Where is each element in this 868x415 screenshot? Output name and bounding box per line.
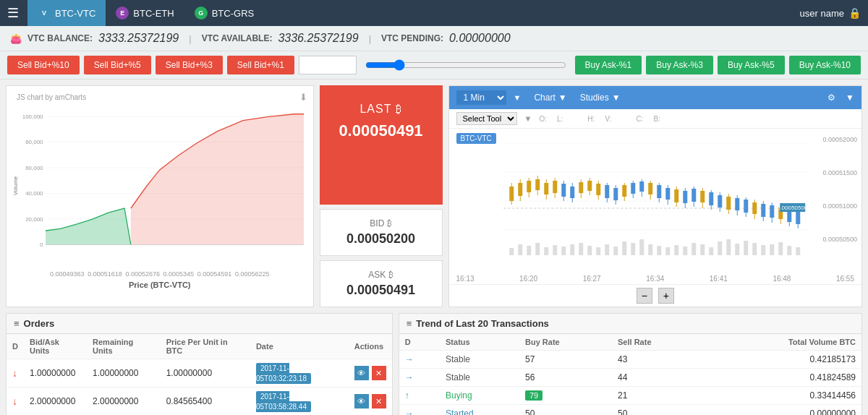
eth-coin-icon: E xyxy=(116,7,129,20)
svg-rect-21 xyxy=(518,244,522,255)
chart-button[interactable]: Chart ▼ xyxy=(528,91,572,104)
bottom-section: ≡ Orders D Bid/Ask Units Remaining Units… xyxy=(0,313,868,415)
time-period-select[interactable]: 1 Min5 Min15 Min1 Hour xyxy=(456,90,506,105)
nav-tab-btc-grs[interactable]: G BTC-GRS xyxy=(184,0,265,26)
buy-ask-10-button[interactable]: Buy Ask-%10 xyxy=(789,56,861,74)
trend-status-4: Started xyxy=(440,405,519,416)
buy-ask-5-button[interactable]: Buy Ask-%5 xyxy=(718,56,785,74)
studies-button[interactable]: Studies ▼ xyxy=(580,93,621,103)
tool-select[interactable]: Select Tool xyxy=(456,112,517,125)
trend-sell-rate-3: 21 xyxy=(612,387,703,405)
col-price-per-unit: Price Per Unit in BTC xyxy=(161,334,250,359)
svg-rect-50 xyxy=(770,244,774,255)
zoom-out-button[interactable]: − xyxy=(637,288,652,304)
remaining-units-2: 2.00000000 xyxy=(87,388,161,416)
ask-price-card: ASK ₿ 0.00050491 xyxy=(320,260,443,307)
svg-rect-47 xyxy=(744,241,748,255)
trend-direction-4: → xyxy=(405,408,414,415)
nav-tab-btc-eth-label: BTC-ETH xyxy=(133,8,174,19)
time-5: 16:41 xyxy=(710,275,728,283)
sell-bid-5-button[interactable]: Sell Bid+%5 xyxy=(84,56,151,74)
svg-rect-91 xyxy=(665,188,670,200)
trend-icon: ≡ xyxy=(407,318,412,329)
price-1: 0.00052000 xyxy=(822,136,857,143)
wallet-icon: 👛 xyxy=(10,33,22,44)
svg-rect-51 xyxy=(778,242,783,255)
svg-rect-97 xyxy=(692,189,696,202)
svg-rect-52 xyxy=(787,246,791,255)
svg-text:100,000: 100,000 xyxy=(22,114,43,120)
sell-bid-1-button[interactable]: Sell Bid+%1 xyxy=(227,56,294,74)
svg-rect-89 xyxy=(657,185,661,198)
nav-tab-btc-vtc-label: BTC-VTC xyxy=(55,8,95,19)
close-label: C: xyxy=(636,115,643,123)
time-1: 16:13 xyxy=(456,275,475,283)
x-label-4: 0.0005345 xyxy=(163,270,195,278)
price-per-unit-1: 1.00000000 xyxy=(161,359,250,388)
trend-col-status: Status xyxy=(440,334,519,351)
action-icons-2: 👁 ✕ xyxy=(354,394,386,408)
price-3: 0.00051000 xyxy=(822,202,857,210)
buy-ask-1-button[interactable]: Buy Ask-%1 xyxy=(575,56,642,74)
dropdown-arrow-time: ▼ xyxy=(514,93,522,102)
svg-rect-38 xyxy=(665,247,670,255)
zoom-in-button[interactable]: + xyxy=(658,288,674,304)
vtc-balance-value: 3333.25372199 xyxy=(98,32,179,45)
svg-rect-22 xyxy=(527,246,531,255)
sell-bid-10-button[interactable]: Sell Bid+%10 xyxy=(7,56,80,74)
export-icon[interactable]: ⬇ xyxy=(299,92,307,103)
candlestick-chart-panel: 1 Min5 Min15 Min1 Hour ▼ Chart ▼ Studies… xyxy=(448,85,863,307)
svg-rect-32 xyxy=(613,247,618,255)
sell-bid-3-button[interactable]: Sell Bid+%3 xyxy=(156,56,223,74)
orders-title: Orders xyxy=(24,318,55,329)
high-label: H: xyxy=(587,115,595,123)
ask-price-value: 0.00050491 xyxy=(328,283,435,298)
svg-rect-67 xyxy=(561,184,566,197)
buy-ask-3-button[interactable]: Buy Ask-%3 xyxy=(646,56,713,74)
trend-total-volume-4: 0.00000000 xyxy=(703,405,861,416)
bid-price-card: BID ₿ 0.00050200 xyxy=(320,209,443,256)
quantity-slider[interactable] xyxy=(365,59,566,71)
separator-2: | xyxy=(369,33,371,44)
x-label-6: 0.00056225 xyxy=(235,270,270,278)
view-order-2-button[interactable]: 👁 xyxy=(354,394,369,408)
svg-rect-36 xyxy=(648,244,652,255)
svg-rect-20 xyxy=(509,248,514,255)
svg-rect-37 xyxy=(657,246,661,255)
svg-rect-101 xyxy=(709,192,713,205)
quantity-input[interactable]: 100 xyxy=(299,56,357,74)
hamburger-menu[interactable]: ☰ xyxy=(7,5,19,21)
ohlc-labels: O: L: H: V: C: xyxy=(539,115,660,123)
top-navigation: ☰ V BTC-VTC E BTC-ETH G BTC-GRS user nam… xyxy=(0,0,868,26)
delete-order-2-button[interactable]: ✕ xyxy=(372,394,386,408)
svg-rect-63 xyxy=(544,183,548,194)
svg-rect-41 xyxy=(692,243,696,255)
delete-order-1-button[interactable]: ✕ xyxy=(372,366,386,380)
svg-text:0.00050500: 0.00050500 xyxy=(777,205,808,211)
studies-dropdown-icon: ▼ xyxy=(612,93,621,103)
svg-rect-46 xyxy=(735,244,739,255)
candle-time-labels: 16:13 16:20 16:27 16:34 16:41 16:48 16:5… xyxy=(449,273,862,284)
view-order-1-button[interactable]: 👁 xyxy=(354,366,369,380)
svg-rect-34 xyxy=(631,243,635,255)
username-label: user name xyxy=(800,8,844,19)
nav-tab-btc-vtc[interactable]: V BTC-VTC xyxy=(27,0,106,26)
gear-icon[interactable]: ⚙ xyxy=(827,93,835,103)
svg-rect-53 xyxy=(796,247,800,255)
chart-attribution-label: JS chart by amCharts xyxy=(17,93,86,101)
candle-toolbar: Select Tool ▼ O: L: H: V: xyxy=(449,109,862,129)
low-label: L: xyxy=(557,115,563,123)
svg-rect-95 xyxy=(683,191,687,203)
date-badge-1: 2017-11-05T03:32:23.18 xyxy=(256,363,311,384)
svg-rect-109 xyxy=(744,200,748,213)
main-content: JS chart by amCharts ⬇ 100,000 80,000 60… xyxy=(0,80,868,313)
svg-rect-43 xyxy=(709,247,713,255)
time-3: 16:27 xyxy=(583,275,601,283)
svg-rect-99 xyxy=(700,191,705,202)
trend-table: D Status Buy Rate Sell Rate Total Volume… xyxy=(399,334,861,415)
time-4: 16:34 xyxy=(646,275,664,283)
chevron-down-icon: ▼ xyxy=(846,93,854,103)
chart-label: Chart xyxy=(534,93,555,103)
svg-rect-48 xyxy=(752,243,757,255)
nav-tab-btc-eth[interactable]: E BTC-ETH xyxy=(106,0,184,26)
